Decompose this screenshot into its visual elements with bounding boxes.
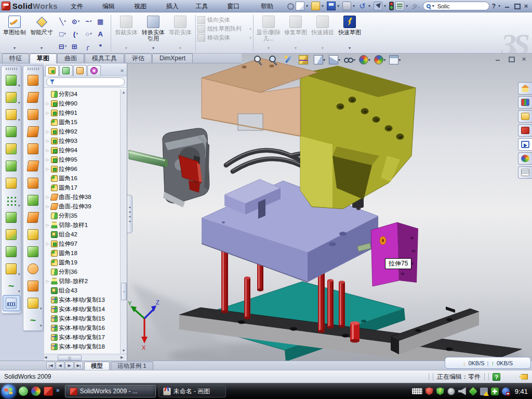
move-copy-body-icon[interactable]: ▾: [3, 244, 20, 260]
lofted-boss-icon[interactable]: ▾: [3, 141, 20, 157]
pin-toolbar-icon[interactable]: [287, 3, 294, 10]
extruded-boss-icon[interactable]: ▾: [3, 72, 20, 88]
launch-messenger-icon[interactable]: [19, 387, 28, 396]
ribbon-row-button[interactable]: 线性草图阵列 ▾: [197, 25, 251, 33]
linear-pattern-icon[interactable]: ▾: [3, 192, 20, 208]
command-tab[interactable]: 曲面: [57, 54, 84, 63]
last-tab-button[interactable]: ▶|: [74, 362, 83, 369]
tree-item[interactable]: 曲面-拉伸38: [45, 192, 127, 202]
toolbar-grip[interactable]: [28, 68, 39, 70]
tree-item[interactable]: 曲面-拉伸39: [45, 202, 127, 211]
select-box-icon[interactable]: ▦ ▾: [95, 15, 108, 28]
parting-surface-icon[interactable]: ▾: [24, 107, 42, 123]
tag-icon[interactable]: [520, 374, 528, 380]
expand-arrow-icon[interactable]: [45, 157, 50, 162]
command-tab[interactable]: DimXpert: [152, 54, 193, 63]
magic-wand-icon[interactable]: ▾: [284, 55, 295, 64]
utility-gear-icon[interactable]: [447, 388, 455, 395]
messenger-busy-icon[interactable]: [502, 388, 510, 395]
zoom-area-icon[interactable]: ▾: [269, 55, 280, 64]
panel-splitter-handle[interactable]: ◂◂◂◂: [127, 195, 132, 233]
tree-item[interactable]: 圆角18: [45, 248, 127, 258]
rebuild-traffic-light-icon[interactable]: [389, 2, 394, 10]
taskbar-clock[interactable]: 9:41: [515, 388, 528, 395]
tab-property-manager[interactable]: [59, 65, 73, 76]
hide-show-items-icon[interactable]: ▾: [344, 55, 355, 64]
ribbon-button[interactable]: 剪裁实体 ▾: [113, 14, 140, 50]
tree-item[interactable]: 拉伸97: [45, 239, 127, 248]
model-3d-view[interactable]: X Y Z: [127, 54, 532, 361]
ribbon-row-button[interactable]: 移动实体 ▾: [197, 34, 251, 42]
toolbar-grip[interactable]: [6, 68, 17, 70]
launch-media-icon[interactable]: [31, 387, 41, 396]
sketch-text-icon[interactable]: A ▾: [95, 28, 108, 40]
start-button[interactable]: [2, 384, 16, 398]
tree-item[interactable]: 实体-移动/复制15: [45, 314, 127, 323]
launch-solidworks-icon[interactable]: [44, 387, 53, 396]
tree-item[interactable]: 组合43: [45, 286, 127, 295]
view-palette-icon[interactable]: [518, 138, 532, 151]
fillet-icon[interactable]: ▾: [3, 107, 20, 123]
taskbar-task-button[interactable]: SolidWorks 2009 - ...: [65, 385, 156, 397]
sync-icon[interactable]: [469, 387, 477, 396]
ribbon-button[interactable]: 快速捕捉 ▾: [309, 14, 336, 50]
home-resources-icon[interactable]: [518, 82, 532, 95]
design-library-icon[interactable]: [518, 96, 532, 109]
tree-item[interactable]: 分割34: [45, 89, 127, 99]
expand-arrow-icon[interactable]: [45, 129, 50, 134]
tree-filter-input[interactable]: [57, 79, 121, 85]
dome-icon[interactable]: ▾: [24, 244, 42, 260]
support-arm-green[interactable]: [129, 150, 168, 167]
core-icon[interactable]: ▾: [24, 141, 42, 157]
tree-vertical-scrollbar[interactable]: ▲ ▼ ≡: [120, 89, 127, 354]
view-orientation-icon[interactable]: ▾: [314, 55, 325, 64]
quick-launch-chevron[interactable]: »: [56, 387, 60, 394]
expand-arrow-icon[interactable]: [45, 111, 50, 115]
split-body-icon[interactable]: ▾: [3, 227, 20, 243]
display-style-icon[interactable]: ▾: [329, 55, 340, 64]
tree-filter-box[interactable]: [46, 77, 125, 86]
tree-item[interactable]: 分割35: [45, 211, 127, 220]
spline-icon[interactable]: ~ ▾: [82, 15, 95, 28]
arc-icon[interactable]: ( ▾: [69, 28, 82, 40]
scroll-down-icon[interactable]: ▼: [122, 348, 126, 354]
model-tab[interactable]: 运动算例 1: [111, 362, 153, 370]
custom-properties-icon[interactable]: [518, 166, 532, 179]
network-speed-widget[interactable]: ↓ 0KB/S | ↑ 0KB/S: [445, 357, 531, 369]
new-document-icon[interactable]: [296, 2, 304, 10]
swept-boss-icon[interactable]: ▾: [3, 124, 20, 140]
file-explorer-icon[interactable]: [518, 110, 532, 123]
tree-item[interactable]: 圆角15: [45, 117, 127, 127]
curve-3d-icon[interactable]: ▾: [24, 312, 42, 328]
reference-geometry-icon[interactable]: ▾: [3, 261, 20, 277]
menu-item[interactable]: 文件(F): [65, 0, 97, 12]
app-close-button[interactable]: ×: [522, 3, 530, 9]
network-warning-icon[interactable]: [480, 388, 488, 395]
ruled-surface-icon[interactable]: ▾: [24, 158, 42, 174]
curve-icon[interactable]: ▾: [3, 278, 20, 294]
polygon-icon[interactable]: ⊞ ▾: [69, 40, 82, 52]
app-minimize-button[interactable]: [503, 3, 511, 9]
locating-pin-red[interactable]: [350, 321, 360, 342]
tree-item[interactable]: 分割36: [45, 267, 127, 276]
menu-item[interactable]: 编辑(E): [97, 0, 128, 12]
tree-item[interactable]: 拉伸95: [45, 155, 127, 164]
offset-surface-icon[interactable]: ▾: [24, 192, 42, 208]
measure-icon[interactable]: ▾: [3, 295, 20, 311]
toolbox-icon[interactable]: [518, 124, 532, 137]
ribbon-button[interactable]: 显示/删除几... ▾: [255, 14, 282, 50]
point-icon[interactable]: * ▾: [95, 40, 108, 52]
delete-face-icon[interactable]: ▾: [24, 261, 42, 277]
planar-surface-icon[interactable]: ▾: [24, 175, 42, 191]
expand-arrow-icon[interactable]: [45, 279, 50, 284]
scroll-left-icon[interactable]: ◀: [44, 354, 50, 361]
app-restore-button[interactable]: [513, 3, 521, 9]
zoom-fit-icon[interactable]: ▾: [254, 55, 265, 64]
health-shield-icon[interactable]: [491, 388, 499, 395]
search-input[interactable]: Solic: [437, 3, 450, 9]
doc-close-button[interactable]: ×: [520, 56, 528, 62]
input-keyboard-icon[interactable]: [412, 388, 422, 394]
scroll-up-icon[interactable]: ▲: [122, 89, 126, 96]
save-icon[interactable]: [327, 2, 336, 10]
tree-item[interactable]: 拉伸91: [45, 108, 127, 117]
